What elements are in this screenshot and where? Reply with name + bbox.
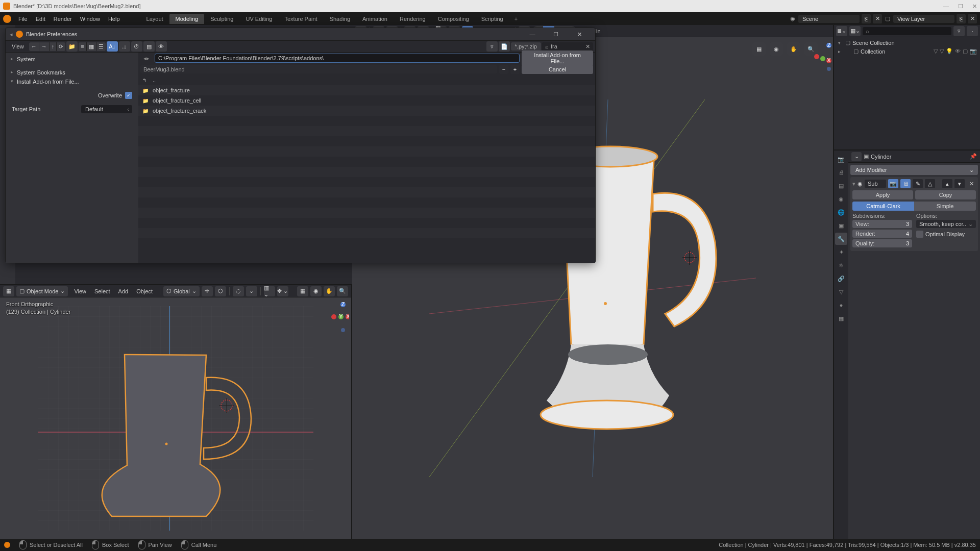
file-row[interactable]: 📁object_fracture_cell (138, 95, 595, 106)
tab-layout[interactable]: Layout (140, 14, 169, 24)
filter-restrict[interactable]: · (967, 26, 978, 36)
outliner-collection[interactable]: ▢ Collection ▽ ▽ 💡 👁 ▢ 📷 (835, 47, 979, 56)
orientation-dropdown[interactable]: ⬡Global⌄ (163, 286, 200, 296)
minimize-button[interactable]: — (943, 3, 949, 10)
search-field[interactable]: ⌕ fra ✕ (542, 42, 593, 51)
viewport-menu-add[interactable]: Add (114, 287, 133, 295)
render-icon[interactable]: 📷 (970, 48, 977, 55)
expand-icon[interactable]: ▾ (852, 181, 855, 187)
modifier-name-field[interactable]: Sub (865, 180, 886, 188)
delete-modifier-button[interactable]: ✕ (967, 179, 976, 188)
editor-type-dropdown[interactable]: ≣⌄ (836, 26, 847, 36)
pivot-dropdown[interactable]: ✛ (202, 286, 213, 296)
menu-render[interactable]: Render (50, 14, 76, 23)
sidebar-system[interactable]: System (8, 55, 136, 64)
path-input[interactable] (155, 54, 520, 63)
file-row[interactable]: 📁object_fracture_crack (138, 106, 595, 116)
tab-viewlayer[interactable]: ▤ (835, 180, 847, 192)
gizmo-dropdown[interactable]: ✥ ⌄ (277, 286, 288, 296)
sort-time-button[interactable]: ⏱ (131, 41, 142, 52)
view-zoom-icon[interactable]: 🔍 (337, 286, 348, 296)
add-workspace-button[interactable]: + (510, 14, 522, 24)
view-perspective-button[interactable]: ◉ (770, 42, 783, 56)
view-camera-button[interactable]: ▦ (752, 42, 766, 56)
menu-edit[interactable]: Edit (32, 14, 50, 23)
display-list-button[interactable]: ≡ (79, 42, 86, 51)
back-icon[interactable]: ◂ (10, 31, 13, 38)
clear-search-icon[interactable]: ✕ (585, 43, 590, 50)
copy-button[interactable]: Copy (915, 190, 976, 199)
filter-button[interactable]: ▿ (953, 26, 965, 36)
display-mode-dropdown[interactable]: ▦⌄ (849, 26, 861, 36)
scene-field[interactable]: Scene (798, 15, 860, 23)
file-list[interactable]: ↰..📁object_fracture📁object_fracture_cell… (138, 75, 595, 263)
view-menu[interactable]: View (8, 42, 28, 51)
decrement-button[interactable]: − (499, 65, 508, 74)
move-up-button[interactable]: ▴ (942, 179, 952, 188)
tab-particles[interactable]: ✦ (835, 246, 847, 258)
add-modifier-dropdown[interactable]: Add Modifier (850, 165, 978, 175)
nav-up-button[interactable]: ↑ (50, 42, 57, 51)
display-edit-toggle[interactable]: ✎ (913, 179, 923, 188)
overwrite-checkbox[interactable]: ✓ (125, 92, 132, 99)
increment-button[interactable]: + (510, 65, 520, 74)
tab-scripting[interactable]: Scripting (475, 14, 509, 24)
tab-mesh[interactable]: ▽ (835, 286, 847, 298)
viewport-menu-object[interactable]: Object (132, 287, 157, 295)
view-camera-button[interactable]: ▦ (297, 286, 308, 296)
visibility-icon[interactable]: 👁 (955, 48, 961, 55)
disable-icon[interactable]: ▢ (963, 48, 968, 55)
new-layer-button[interactable]: ⎘ (957, 14, 966, 23)
tab-compositing[interactable]: Compositing (432, 14, 475, 24)
view-pan-icon[interactable]: ✋ (787, 42, 800, 56)
view-pan-icon[interactable]: ✋ (324, 286, 335, 296)
cancel-button[interactable]: Cancel (522, 65, 593, 74)
tab-scene[interactable]: ◉ (835, 193, 847, 205)
file-row[interactable]: ↰.. (138, 75, 595, 85)
tab-physics[interactable]: ⚛ (835, 259, 847, 271)
blender-logo-icon[interactable] (3, 15, 11, 23)
viewport-menu-view[interactable]: View (70, 287, 90, 295)
move-down-button[interactable]: ▾ (954, 179, 965, 188)
editor-type-dropdown[interactable]: ▦ (3, 286, 14, 296)
object-name[interactable]: Cylinder (871, 154, 891, 160)
sidebar-install-addon[interactable]: Install Add-on from File... (8, 77, 136, 86)
filename-input[interactable]: BeerMug3.blend (140, 65, 497, 73)
file-filter[interactable]: *.py;*.zip (511, 42, 541, 51)
display-viewport-toggle[interactable]: 🖥 (900, 179, 911, 188)
tab-texture[interactable]: ▦ (835, 312, 847, 324)
tab-shading[interactable]: Shading (324, 14, 356, 24)
tab-modeling[interactable]: Modeling (169, 14, 205, 24)
proportional-falloff[interactable]: ⌄ (246, 286, 257, 296)
show-hidden-button[interactable]: 👁 (156, 41, 167, 52)
tab-output[interactable]: 🖨 (835, 166, 847, 179)
simple-button[interactable]: Simple (914, 202, 976, 211)
view-subdivisions-field[interactable]: View:3 (852, 220, 912, 228)
sort-alpha-button[interactable]: A↓ (107, 41, 118, 52)
viewport-menu-select[interactable]: Select (90, 287, 114, 295)
uv-smooth-dropdown[interactable]: Smooth, keep cor.. (916, 220, 976, 228)
sort-size-button[interactable]: ▤ (143, 41, 155, 52)
tab-uv-editing[interactable]: UV Editing (239, 14, 278, 24)
tab-world[interactable]: 🌐 (835, 206, 847, 218)
minimize-button[interactable]: — (521, 28, 544, 40)
close-button[interactable]: ✕ (568, 28, 591, 40)
view-perspective-button[interactable]: ◉ (310, 286, 322, 296)
optimal-display-checkbox[interactable] (916, 231, 923, 238)
target-path-dropdown[interactable]: Default (81, 105, 132, 113)
editor-type-dropdown[interactable]: ⌄ (851, 152, 862, 161)
maximize-button[interactable]: ☐ (544, 28, 568, 40)
sort-ext-button[interactable]: .↓ (119, 41, 130, 52)
tab-modifiers[interactable]: 🔧 (835, 233, 847, 245)
view-nav-gizmo[interactable]: ZX (808, 40, 833, 71)
apply-button[interactable]: Apply (852, 190, 913, 199)
sidebar-bookmarks[interactable]: System Bookmarks (8, 68, 136, 77)
viewport-options[interactable]: ▥ ⌄ (264, 286, 275, 296)
catmull-clark-button[interactable]: Catmull-Clark (852, 202, 914, 211)
remove-scene-button[interactable]: ✕ (873, 14, 882, 23)
path-history-icon[interactable]: ◂▸ (140, 55, 153, 62)
new-folder-button[interactable]: 📁 (66, 41, 78, 52)
display-cage-toggle[interactable]: △ (925, 179, 935, 188)
file-row[interactable]: 📁object_fracture (138, 85, 595, 95)
tab-render[interactable]: 📷 (835, 153, 847, 165)
